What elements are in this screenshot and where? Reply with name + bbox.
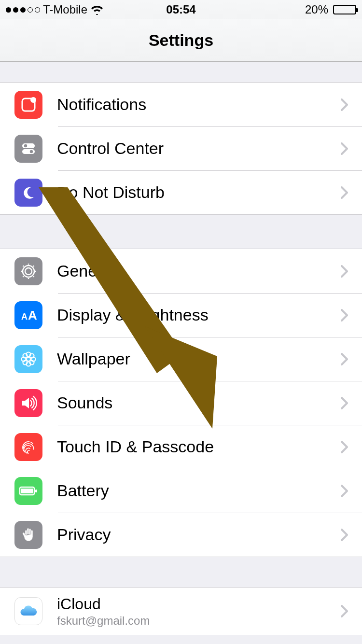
row-label: Notifications bbox=[57, 95, 341, 114]
settings-row-battery[interactable]: Battery bbox=[0, 469, 362, 513]
signal-strength-icon bbox=[6, 7, 40, 13]
chevron-right-icon bbox=[341, 605, 348, 617]
chevron-right-icon bbox=[341, 265, 348, 278]
row-label: General bbox=[57, 262, 341, 280]
battery-icon bbox=[14, 477, 42, 505]
carrier-label: T-Mobile bbox=[43, 3, 87, 16]
control-center-icon bbox=[14, 135, 42, 163]
chevron-right-icon bbox=[341, 186, 348, 199]
settings-row-icloud[interactable]: iCloud fskurt@gmail.com bbox=[0, 588, 362, 635]
navigation-bar: Settings bbox=[0, 19, 362, 62]
settings-row-control-center[interactable]: Control Center bbox=[0, 126, 362, 170]
flower-icon bbox=[14, 345, 42, 373]
chevron-right-icon bbox=[341, 529, 348, 541]
svg-text:A: A bbox=[21, 312, 28, 322]
svg-point-1 bbox=[30, 97, 36, 103]
settings-row-display-brightness[interactable]: AA Display & Brightness bbox=[0, 293, 362, 337]
settings-row-do-not-disturb[interactable]: Do Not Disturb bbox=[0, 170, 362, 214]
svg-point-7 bbox=[23, 266, 34, 277]
settings-section-2: General AA Display & Brightness Wallpape… bbox=[0, 249, 362, 557]
status-bar: T-Mobile 05:54 20% bbox=[0, 0, 362, 19]
text-size-icon: AA bbox=[14, 301, 42, 329]
chevron-right-icon bbox=[341, 353, 348, 365]
svg-point-3 bbox=[24, 144, 27, 147]
battery-percent-label: 20% bbox=[305, 3, 328, 16]
settings-row-touch-id-passcode[interactable]: Touch ID & Passcode bbox=[0, 425, 362, 469]
settings-row-privacy[interactable]: Privacy bbox=[0, 513, 362, 557]
wifi-icon bbox=[90, 4, 104, 15]
svg-rect-20 bbox=[21, 489, 33, 493]
svg-point-5 bbox=[30, 150, 33, 153]
chevron-right-icon bbox=[341, 397, 348, 409]
speaker-icon bbox=[14, 389, 42, 417]
row-label: Privacy bbox=[57, 525, 341, 544]
gear-icon bbox=[14, 257, 42, 285]
settings-row-notifications[interactable]: Notifications bbox=[0, 83, 362, 126]
row-label: Sounds bbox=[57, 393, 341, 412]
svg-point-6 bbox=[25, 268, 32, 275]
chevron-right-icon bbox=[341, 142, 348, 155]
settings-section-3: iCloud fskurt@gmail.com bbox=[0, 587, 362, 635]
row-label: Wallpaper bbox=[57, 350, 341, 368]
cloud-icon bbox=[14, 597, 42, 625]
row-label: Display & Brightness bbox=[57, 306, 341, 324]
svg-point-10 bbox=[27, 357, 30, 361]
row-label: iCloud bbox=[57, 595, 341, 613]
row-label: Do Not Disturb bbox=[57, 183, 341, 202]
row-label: Control Center bbox=[57, 139, 341, 158]
svg-text:A: A bbox=[28, 308, 37, 322]
row-sublabel: fskurt@gmail.com bbox=[57, 614, 341, 628]
settings-section-1: Notifications Control Center Do Not Dist… bbox=[0, 82, 362, 215]
settings-row-general[interactable]: General bbox=[0, 249, 362, 293]
page-title: Settings bbox=[149, 31, 213, 50]
chevron-right-icon bbox=[341, 98, 348, 111]
row-label: Touch ID & Passcode bbox=[57, 437, 341, 456]
settings-row-wallpaper[interactable]: Wallpaper bbox=[0, 337, 362, 381]
status-time: 05:54 bbox=[166, 3, 195, 16]
chevron-right-icon bbox=[341, 485, 348, 497]
battery-icon bbox=[333, 5, 356, 14]
fingerprint-icon bbox=[14, 433, 42, 461]
chevron-right-icon bbox=[341, 441, 348, 453]
settings-row-sounds[interactable]: Sounds bbox=[0, 381, 362, 425]
row-label: Battery bbox=[57, 481, 341, 500]
notifications-icon bbox=[14, 91, 42, 119]
svg-rect-21 bbox=[35, 490, 37, 492]
chevron-right-icon bbox=[341, 309, 348, 322]
moon-icon bbox=[14, 179, 42, 207]
hand-icon bbox=[14, 521, 42, 549]
